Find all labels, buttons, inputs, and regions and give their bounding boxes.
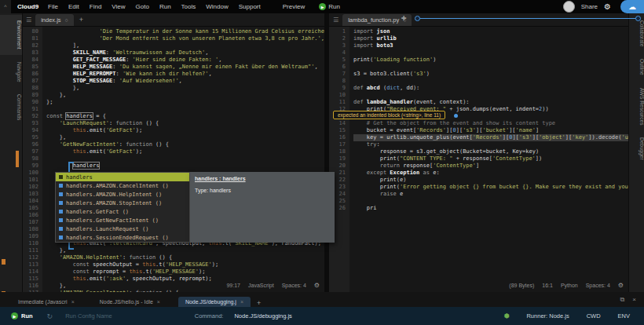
menu-item-window[interactable]: Window [206, 3, 228, 10]
code-line-98[interactable] [46, 155, 324, 162]
code-line-97[interactable]: this.emit('GetFact'); [46, 148, 324, 155]
code-line-7[interactable]: s3 = boto3.client('s3') [353, 71, 628, 78]
line-number-103[interactable]: 103 [22, 191, 38, 198]
code-line-87[interactable]: STOP_MESSAGE: 'Auf Wiedersehen!', [46, 78, 324, 85]
line-number-2[interactable]: 2 [329, 35, 346, 42]
code-line-1[interactable]: import json [353, 28, 628, 35]
line-number-8[interactable]: 8 [329, 78, 346, 85]
line-number-4[interactable]: 4 [329, 49, 346, 57]
sidebar-tab-navigate[interactable]: Navigate [0, 57, 22, 88]
code-line-99[interactable]: handlers [46, 162, 324, 170]
code-line-6[interactable] [353, 64, 628, 71]
line-number-81[interactable]: 81 [22, 35, 38, 42]
autocomplete-item-handlers-sessionendedrequest-[interactable]: handlers.SessionEndedRequest () [56, 233, 189, 242]
right-statusbar[interactable]: (89 Bytes) 16:1 Python Spaces: 4 ⚙ [509, 282, 624, 289]
code-line-4[interactable] [353, 49, 628, 57]
code-line-25[interactable] [353, 198, 628, 205]
code-line-92[interactable]: const handlers = { [46, 113, 324, 120]
line-number-109[interactable]: 109 [22, 233, 38, 240]
left-gutter[interactable]: 8081828384858687888990919293949596979899… [22, 27, 42, 292]
close-console-tab-icon[interactable]: × [240, 299, 243, 305]
code-line-24[interactable]: raise e [353, 191, 628, 198]
close-console-tab-icon[interactable]: × [157, 299, 160, 305]
code-line-26[interactable]: pri [353, 205, 628, 212]
right-gutter[interactable]: 1234567891011121314151617181920212223242… [329, 27, 349, 292]
line-number-110[interactable]: 110 [22, 240, 38, 247]
line-number-94[interactable]: 94 [22, 127, 38, 134]
collapse-menubar-button[interactable]: ^ [0, 0, 11, 13]
autocomplete-item-handlers[interactable]: handlers [56, 173, 189, 181]
run-button-top[interactable]: ▶ Run [319, 3, 340, 10]
autocomplete-item-handlers-amazon-cancelintent-[interactable]: handlers.AMAZON.CancelIntent () [56, 181, 189, 190]
line-number-108[interactable]: 108 [22, 226, 38, 233]
line-number-116[interactable]: 116 [22, 283, 38, 290]
maximize-console-icon[interactable]: ⧉ [620, 296, 625, 304]
code-line-10[interactable] [353, 92, 628, 99]
editor-index-js[interactable]: 8081828384858687888990919293949596979899… [22, 27, 324, 292]
menu-item-view[interactable]: View [112, 3, 125, 10]
code-line-22[interactable]: print(e) [353, 177, 628, 184]
line-number-9[interactable]: 9 [329, 85, 346, 92]
line-number-95[interactable]: 95 [22, 134, 38, 141]
code-line-90[interactable]: }; [46, 99, 324, 106]
sidebar-tab-commands[interactable]: Commands [0, 89, 22, 126]
code-line-81[interactable]: 'Der Mond entfernt sich von unseren Plan… [46, 35, 324, 42]
line-number-105[interactable]: 105 [22, 205, 38, 212]
line-number-92[interactable]: 92 [22, 113, 38, 120]
autocomplete-item-handlers-amazon-stopintent-[interactable]: handlers.AMAZON.StopIntent () [56, 199, 189, 207]
code-line-18[interactable]: response = s3.get_object(Bucket=bucket, … [353, 148, 628, 155]
menu-item-goto[interactable]: Goto [136, 3, 149, 10]
close-console-icon[interactable]: × [632, 296, 636, 304]
code-line-93[interactable]: 'LaunchRequest': function () { [46, 120, 324, 127]
autocomplete-item-handlers-launchrequest-[interactable]: handlers.LaunchRequest () [56, 225, 189, 233]
code-line-113[interactable]: const speechOutput = this.t('HELP_MESSAG… [46, 261, 324, 268]
spaces-setting[interactable]: Spaces: 4 [282, 283, 306, 288]
code-line-20[interactable]: return response['ContentType'] [353, 162, 628, 170]
line-number-19[interactable]: 19 [329, 155, 346, 162]
autocomplete-item-handlers-amazon-helpintent-[interactable]: handlers.AMAZON.HelpIntent () [56, 190, 189, 199]
line-number-91[interactable]: 91 [22, 106, 38, 113]
code-line-2[interactable]: import urllib [353, 35, 628, 42]
line-number-98[interactable]: 98 [22, 155, 38, 162]
line-number-97[interactable]: 97 [22, 148, 38, 155]
preview-button[interactable]: Preview [283, 3, 305, 10]
code-line-86[interactable]: HELP_REPROMPT: 'Wie kann ich dir helfen?… [46, 71, 324, 78]
code-line-16[interactable]: key = urllib.unquote_plus(event['Records… [353, 134, 628, 141]
code-line-96[interactable]: 'GetNewFactIntent': function () { [46, 141, 324, 148]
quickfix-dot-icon[interactable] [454, 114, 458, 118]
line-number-111[interactable]: 111 [22, 247, 38, 254]
split-pane-icon[interactable]: ✚ [401, 15, 407, 22]
line-number-16[interactable]: 16 [329, 134, 346, 141]
autocomplete-item-handlers-getnewfactintent-[interactable]: handlers.GetNewFactIntent () [56, 216, 189, 225]
code-line-84[interactable]: GET_FACT_MESSAGE: 'Hier sind deine Fakte… [46, 57, 324, 64]
line-number-107[interactable]: 107 [22, 219, 38, 226]
line-number-83[interactable]: 83 [22, 49, 38, 57]
code-line-19[interactable]: print("CONTENT TYPE: " + response['Conte… [353, 155, 628, 162]
avatar[interactable] [563, 1, 575, 13]
language-mode-right[interactable]: Python [561, 283, 578, 288]
status-gear-icon-right[interactable]: ⚙ [618, 282, 624, 289]
left-statusbar[interactable]: 99:17 JavaScript Spaces: 4 ⚙ [226, 282, 320, 289]
console-tab-immediate-javascri[interactable]: Immediate (Javascri× [11, 297, 82, 307]
cloud9-logo-icon[interactable]: ☁ [620, 0, 644, 13]
line-number-114[interactable]: 114 [22, 268, 38, 276]
line-number-7[interactable]: 7 [329, 71, 346, 78]
line-number-93[interactable]: 93 [22, 120, 38, 127]
line-number-15[interactable]: 15 [329, 127, 346, 134]
code-line-5[interactable]: print('Loading function') [353, 57, 628, 64]
line-number-3[interactable]: 3 [329, 42, 346, 49]
code-line-94[interactable]: this.emit('GetFact'); [46, 127, 324, 134]
code-line-15[interactable]: bucket = event['Records'][0]['s3']['buck… [353, 127, 628, 134]
left-code[interactable]: 'Die Temperatur in der Sonne kann 15 Mil… [42, 27, 324, 292]
line-number-80[interactable]: 80 [22, 28, 38, 35]
menu-item-support[interactable]: Support [239, 3, 261, 10]
line-number-5[interactable]: 5 [329, 57, 346, 64]
line-number-99[interactable]: 99 [22, 162, 38, 170]
line-number-100[interactable]: 100 [22, 170, 38, 177]
spaces-setting-right[interactable]: Spaces: 4 [586, 283, 610, 288]
code-line-83[interactable]: SKILL_NAME: 'Weltraumwissen auf Deutsch'… [46, 49, 324, 57]
code-line-85[interactable]: HELP_MESSAGE: 'Du kannst sagen, „Nenne m… [46, 64, 324, 71]
share-button[interactable]: Share [581, 3, 598, 10]
line-number-6[interactable]: 6 [329, 64, 346, 71]
line-number-101[interactable]: 101 [22, 177, 38, 184]
